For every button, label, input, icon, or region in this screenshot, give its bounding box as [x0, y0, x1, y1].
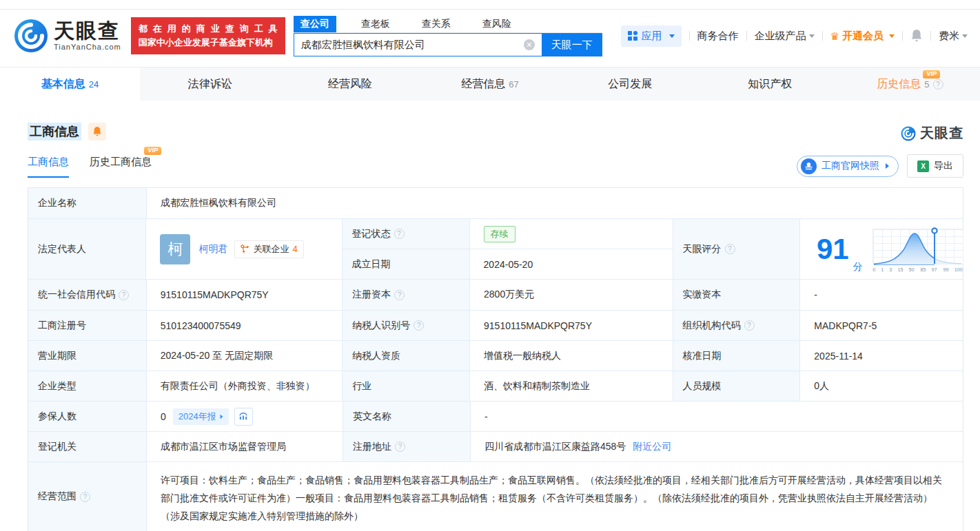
top-nav: 应用 商务合作 企业级产品 ♛ 开通会员 费米	[621, 25, 968, 47]
legal-rep-link[interactable]: 柯明君	[198, 243, 227, 256]
chevron-down-icon	[669, 34, 675, 38]
staff-size-value: 0人	[800, 371, 963, 402]
taxpayer-id-value: 91510115MADKPQR75Y	[470, 311, 673, 341]
label-text: 组织机构代码	[683, 320, 741, 332]
chevron-right-icon	[886, 163, 889, 169]
help-icon[interactable]	[80, 492, 90, 502]
nav-cooperation[interactable]: 商务合作	[697, 30, 739, 43]
chevron-right-icon	[220, 414, 223, 418]
field-label: 纳税人资质	[343, 341, 470, 371]
taxpayer-quality-value: 增值税一般纳税人	[470, 341, 673, 371]
search-button[interactable]: 天眼一下	[542, 33, 602, 56]
score-unit: 分	[853, 261, 863, 273]
trend-chart-button[interactable]	[234, 408, 253, 426]
nav-enterprise-products[interactable]: 企业级产品	[755, 30, 815, 43]
tianyancha-logo-icon	[901, 126, 916, 141]
avatar[interactable]: 柯	[160, 234, 190, 264]
credit-code-value: 91510115MADKPQR75Y	[147, 280, 343, 311]
company-name-value: 成都宏胜恒枫饮料有限公司	[147, 188, 963, 219]
search-tab-risk[interactable]: 查风险	[476, 16, 518, 32]
industry-value: 酒、饮料和精制茶制造业	[470, 371, 673, 402]
field-label: 工商注册号	[28, 311, 147, 341]
establish-date-value: 2024-05-20	[470, 249, 673, 280]
vip-badge: VIP	[144, 147, 161, 155]
bar-chart-icon	[238, 412, 248, 421]
stamp-icon	[801, 158, 817, 174]
nav-divider	[822, 31, 823, 41]
related-count: 4	[292, 244, 297, 254]
help-icon[interactable]	[933, 79, 943, 90]
score-marker-pin	[932, 228, 937, 233]
tab-label: 法律诉讼	[188, 77, 232, 92]
nav-open-membership[interactable]: ♛ 开通会员	[830, 30, 895, 43]
tab-basic-info[interactable]: 基本信息 24	[0, 67, 140, 101]
apps-menu[interactable]: 应用	[621, 25, 682, 47]
field-label: 注册资本	[343, 280, 470, 311]
search-tab-company[interactable]: 查公司	[294, 16, 336, 32]
org-code-value: MADKPQR7-5	[800, 311, 963, 341]
field-label: 登记机关	[28, 432, 147, 462]
tab-label: 基本信息	[41, 77, 85, 92]
help-icon[interactable]	[119, 290, 129, 300]
tab-legal-proceedings[interactable]: 法律诉讼	[140, 67, 280, 101]
help-icon[interactable]	[725, 244, 735, 254]
tianyancha-logo-icon	[14, 19, 48, 53]
export-button[interactable]: 导出	[907, 154, 963, 178]
tab-company-development[interactable]: 公司发展	[560, 67, 700, 101]
reg-authority-value: 成都市温江区市场监督管理局	[147, 432, 343, 462]
tab-label: 经营信息	[461, 77, 505, 92]
nearby-companies-link[interactable]: 附近公司	[633, 441, 671, 453]
help-icon[interactable]	[394, 290, 405, 300]
english-name-value: -	[471, 402, 963, 432]
bell-icon	[910, 29, 923, 43]
chevron-down-icon	[962, 34, 968, 38]
help-icon[interactable]	[394, 229, 405, 239]
help-icon[interactable]	[414, 320, 424, 331]
score-value: 91	[817, 235, 849, 264]
related-companies-badge[interactable]: 关联企业 4	[234, 240, 303, 258]
subtab-history-registration[interactable]: VIP 历史工商信息	[90, 156, 152, 178]
tab-history-info[interactable]: VIP 历史信息 5	[840, 67, 980, 101]
tab-count: 24	[89, 79, 99, 90]
help-icon[interactable]	[395, 441, 405, 452]
field-label: 天眼评分	[673, 219, 800, 280]
clear-search-icon[interactable]: ✕	[524, 39, 535, 50]
user-menu[interactable]: 费米	[939, 30, 968, 43]
business-scope-value: 许可项目：饮料生产；食品生产；食品销售；食品用塑料包装容器工具制品生产；食品互联…	[147, 462, 963, 531]
help-icon[interactable]	[744, 320, 755, 331]
field-label: 登记状态	[343, 219, 470, 249]
score-distribution-chart: 01 315 5085 9799 100	[872, 229, 963, 273]
tab-intellectual-property[interactable]: 知识产权	[700, 67, 840, 101]
score-axis-ticks: 01 315 5085 9799 100	[872, 267, 963, 273]
tab-business-info[interactable]: 经营信息 67	[420, 67, 560, 101]
search-input[interactable]	[294, 33, 542, 56]
field-label: 纳税人识别号	[343, 311, 470, 341]
bell-icon	[92, 126, 102, 137]
field-label: 企业类型	[28, 371, 147, 402]
field-label: 经营范围	[28, 462, 147, 531]
site-logo[interactable]: 天眼查 TianYanCha.com	[14, 19, 121, 53]
label-text: 登记状态	[352, 228, 391, 240]
search-tabs: 查公司 查老板 查关系 查风险	[294, 15, 602, 33]
search-tab-relation[interactable]: 查关系	[415, 16, 458, 32]
reg-status-cell: 存续	[470, 219, 673, 249]
official-snapshot-button[interactable]: 工商官网快照	[797, 156, 899, 177]
company-type-value: 有限责任公司（外商投资、非独资）	[147, 371, 343, 402]
business-term-value: 2024-05-20 至 无固定期限	[147, 341, 343, 371]
search-tab-boss[interactable]: 查老板	[354, 16, 397, 32]
tab-label: 知识产权	[748, 77, 792, 92]
chevron-down-icon	[889, 34, 895, 38]
legal-rep-cell: 柯 柯明君 关联企业 4	[146, 219, 342, 280]
paid-capital-value: -	[800, 280, 963, 311]
subtab-business-registration[interactable]: 工商信息	[28, 156, 69, 178]
membership-label: 开通会员	[842, 30, 884, 43]
subscribe-bell-button[interactable]	[88, 123, 106, 140]
export-label: 导出	[934, 160, 953, 172]
field-label: 企业名称	[28, 188, 147, 219]
enterprise-label: 企业级产品	[755, 30, 806, 43]
report-chip-label: 2024年报	[178, 410, 216, 423]
notification-bell[interactable]	[910, 29, 923, 43]
tab-operation-risk[interactable]: 经营风险	[280, 67, 420, 101]
field-label: 人员规模	[673, 371, 801, 402]
annual-report-chip[interactable]: 2024年报	[173, 408, 229, 425]
